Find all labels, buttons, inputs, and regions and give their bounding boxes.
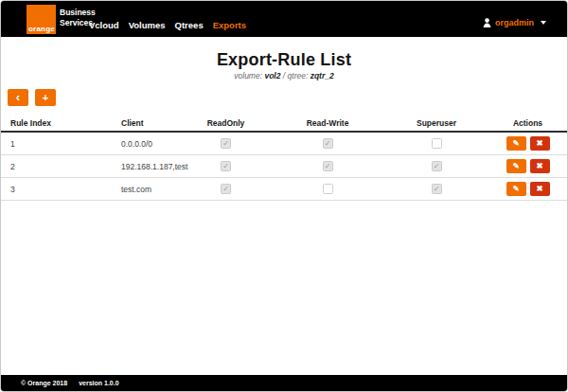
person-icon [483,18,491,27]
superuser-checkbox[interactable] [432,138,442,149]
x-icon: ✖ [536,162,542,170]
top-navigation-bar: orange Business Services Vcloud Volumes … [1,1,567,37]
client-cell: 0.0.0.0/0 [112,139,181,149]
superuser-checkbox[interactable]: ✓ [432,161,442,171]
pencil-icon: ✎ [512,139,519,148]
x-icon: ✖ [536,185,542,193]
rule-index-cell: 2 [1,162,112,171]
column-header-rule-index: Rule Index [1,118,112,128]
table-row: 3 test.com ✓ ✓ ✎ ✖ [1,178,567,201]
column-header-readwrite: Read-Write [271,118,384,128]
chevron-left-icon: ‹ [16,91,20,103]
readwrite-checkbox[interactable]: ✓ [323,138,333,149]
footer-bar: © Orange 2018 version 1.0.0 [1,375,567,391]
volume-value: vol2 [264,71,280,80]
client-cell: test.com [112,185,181,194]
pencil-icon: ✎ [512,162,519,170]
table-header-row: Rule Index Client ReadOnly Read-Write Su… [1,115,567,133]
toolbar: ‹ + [8,89,567,106]
delete-rule-button[interactable]: ✖ [530,159,550,173]
edit-rule-button[interactable]: ✎ [506,182,526,196]
export-rules-table: Rule Index Client ReadOnly Read-Write Su… [1,115,567,201]
page-subtitle: volume: vol2 / qtree: zqtr_2 [1,71,567,80]
subtitle-separator: / [283,71,285,80]
table-row: 2 192.168.1.187,test ✓ ✓ ✓ ✎ ✖ [1,155,567,178]
user-menu[interactable]: orgadmin [483,18,546,27]
column-header-readonly: ReadOnly [181,118,271,128]
plus-icon: + [43,93,48,103]
copyright-text: © Orange 2018 [21,380,67,386]
nav-item-volumes[interactable]: Volumes [129,20,166,30]
column-header-client: Client [112,118,181,128]
nav-item-vcloud[interactable]: Vcloud [89,20,119,30]
x-icon: ✖ [536,139,542,148]
client-cell: 192.168.1.187,test [112,162,181,171]
brand-name-line1: Business [60,8,96,18]
table-row: 1 0.0.0.0/0 ✓ ✓ ✎ ✖ [1,133,567,155]
superuser-checkbox[interactable]: ✓ [432,184,442,194]
delete-rule-button[interactable]: ✖ [530,182,550,196]
readwrite-checkbox[interactable] [323,184,333,194]
page-title: Export-Rule List [1,50,567,69]
orange-logo-text: orange [28,25,55,33]
delete-rule-button[interactable]: ✖ [530,136,550,151]
qtree-value: zqtr_2 [311,71,334,80]
back-button[interactable]: ‹ [8,89,28,106]
content-area: Export-Rule List volume: vol2 / qtree: z… [1,50,567,201]
version-text: version 1.0.0 [79,380,118,386]
edit-rule-button[interactable]: ✎ [506,159,526,173]
volume-label: volume: [234,71,262,80]
orange-logo: orange [27,5,56,34]
user-name: orgadmin [495,18,534,27]
column-header-actions: Actions [488,118,567,128]
column-header-superuser: Superuser [384,118,488,128]
readonly-checkbox[interactable]: ✓ [221,138,231,149]
app-window: orange Business Services Vcloud Volumes … [0,0,568,392]
table-body: 1 0.0.0.0/0 ✓ ✓ ✎ ✖ 2 192.168.1.187,test… [1,133,567,201]
nav-item-exports[interactable]: Exports [213,20,246,30]
caret-down-icon [541,21,546,25]
main-nav: Vcloud Volumes Qtrees Exports [89,20,246,30]
edit-rule-button[interactable]: ✎ [506,136,526,151]
nav-item-qtrees[interactable]: Qtrees [175,20,204,30]
rule-index-cell: 1 [1,139,112,149]
readonly-checkbox[interactable]: ✓ [221,161,231,171]
pencil-icon: ✎ [512,185,519,193]
rule-index-cell: 3 [1,185,112,194]
add-rule-button[interactable]: + [35,89,56,106]
readwrite-checkbox[interactable]: ✓ [323,161,333,171]
qtree-label: qtree: [288,71,309,80]
readonly-checkbox[interactable]: ✓ [221,184,231,194]
